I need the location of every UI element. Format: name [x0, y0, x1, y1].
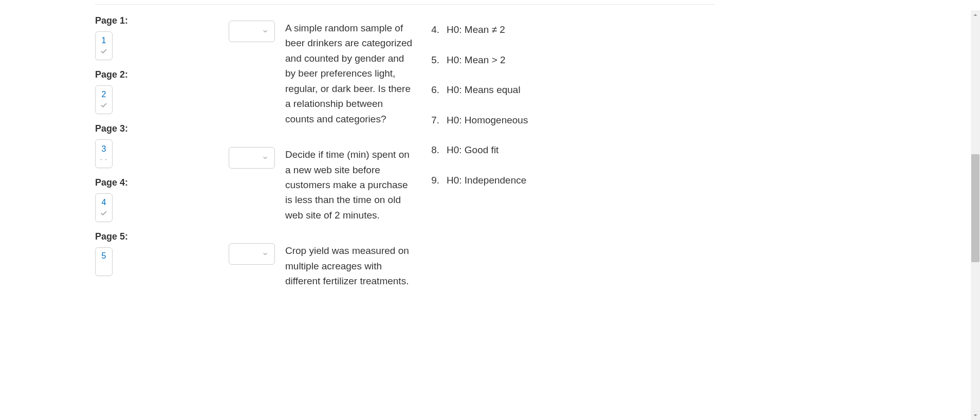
- answer-text: H0: Mean > 2: [447, 53, 506, 68]
- page-tile-5[interactable]: 5: [95, 247, 113, 276]
- page-nav: Page 1: 1 Page 2: 2 Page 3:: [95, 10, 203, 293]
- scroll-thumb[interactable]: [971, 154, 979, 262]
- match-row: A simple random sample of beer drinkers …: [229, 21, 414, 126]
- chevron-down-icon: [262, 155, 268, 161]
- page-tile-1[interactable]: 1: [95, 31, 113, 60]
- page-tile-3[interactable]: 3 - -: [95, 139, 113, 168]
- svg-marker-1: [974, 414, 977, 416]
- matching-question: A simple random sample of beer drinkers …: [203, 10, 717, 293]
- scroll-down-arrow-icon[interactable]: [971, 411, 980, 420]
- prompt-text: Crop yield was measured on multiple acre…: [285, 243, 414, 293]
- answer-option: 5. H0: Mean > 2: [429, 53, 701, 68]
- page-number: 5: [102, 252, 106, 260]
- match-row: Decide if time (min) spent on a new web …: [229, 147, 414, 223]
- answer-select[interactable]: [229, 147, 275, 169]
- page-number: 1: [102, 36, 106, 45]
- svg-marker-0: [974, 14, 977, 15]
- page-number: 3: [102, 145, 106, 153]
- page-nav-scroll[interactable]: Page 1: 1 Page 2: 2 Page 3:: [95, 10, 203, 293]
- page-number: 2: [102, 90, 106, 99]
- page-label: Page 5:: [95, 231, 203, 242]
- page-scrollbar[interactable]: [971, 10, 980, 420]
- prompts-column: A simple random sample of beer drinkers …: [229, 21, 414, 293]
- page-label: Page 2:: [95, 69, 203, 80]
- dash-icon: - -: [100, 156, 107, 162]
- match-row: Crop yield was measured on multiple acre…: [229, 243, 414, 293]
- answer-option: 9. H0: Independence: [429, 173, 701, 188]
- answer-option: 4. H0: Mean ≠ 2: [429, 23, 701, 38]
- chevron-down-icon: [262, 28, 268, 34]
- question-scroll[interactable]: A simple random sample of beer drinkers …: [203, 10, 717, 293]
- page-label: Page 3:: [95, 123, 203, 134]
- answer-option: 7. H0: Homogeneous: [429, 113, 701, 128]
- page-label: Page 4:: [95, 177, 203, 188]
- status-empty: [103, 263, 105, 271]
- prompt-text: A simple random sample of beer drinkers …: [285, 21, 414, 126]
- check-icon: [100, 102, 107, 109]
- answer-text: H0: Mean ≠ 2: [447, 23, 505, 38]
- answer-option: 8. H0: Good fit: [429, 143, 701, 158]
- answers-column: 4. H0: Mean ≠ 2 5. H0: Mean > 2 6. H0: M…: [429, 21, 701, 203]
- answer-number: 6.: [429, 83, 439, 98]
- answer-text: H0: Good fit: [447, 143, 498, 158]
- page-number: 4: [102, 198, 106, 207]
- scroll-up-arrow-icon[interactable]: [971, 10, 980, 20]
- answer-select[interactable]: [229, 21, 275, 42]
- page-tile-4[interactable]: 4: [95, 193, 113, 222]
- page-tile-2[interactable]: 2: [95, 85, 113, 114]
- answer-text: H0: Homogeneous: [447, 113, 528, 128]
- divider: [95, 4, 715, 5]
- answer-number: 4.: [429, 23, 439, 38]
- answer-select[interactable]: [229, 243, 275, 265]
- answer-text: H0: Independence: [447, 173, 526, 188]
- answer-number: 9.: [429, 173, 439, 188]
- answer-number: 7.: [429, 113, 439, 128]
- answer-number: 8.: [429, 143, 439, 158]
- page-label: Page 1:: [95, 15, 203, 26]
- chevron-down-icon: [262, 251, 268, 257]
- check-icon: [100, 210, 107, 217]
- answer-text: H0: Means equal: [447, 83, 521, 98]
- answer-option: 6. H0: Means equal: [429, 83, 701, 98]
- check-icon: [100, 48, 107, 55]
- prompt-text: Decide if time (min) spent on a new web …: [285, 147, 414, 223]
- answer-number: 5.: [429, 53, 439, 68]
